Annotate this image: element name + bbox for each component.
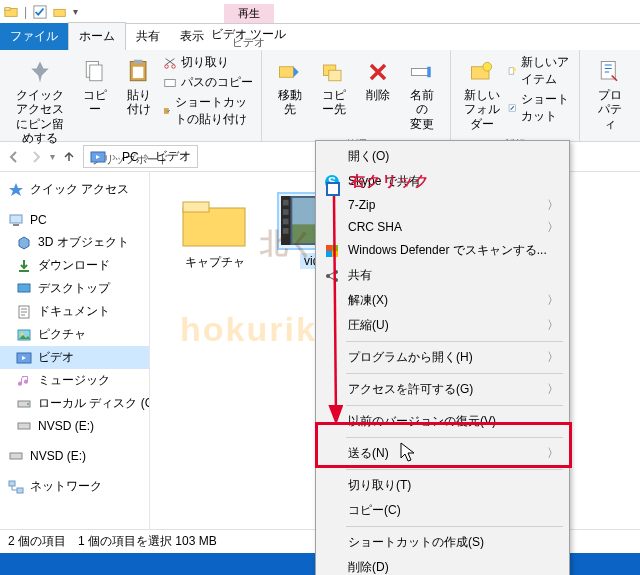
svg-point-31 bbox=[21, 332, 24, 335]
context-menu: 開く(O) SSkype で共有 7-Zip〉 CRC SHA〉 Windows… bbox=[315, 140, 570, 575]
paste-button[interactable]: 貼り付け bbox=[119, 54, 159, 121]
chevron-right-icon: 〉 bbox=[547, 219, 559, 236]
qat-overflow-icon[interactable]: ▾ bbox=[73, 6, 78, 17]
chevron-right-icon: 〉 bbox=[547, 317, 559, 334]
share-icon bbox=[324, 268, 340, 284]
titlebar: | ▾ bbox=[0, 0, 640, 24]
svg-rect-58 bbox=[326, 251, 332, 257]
moveto-button[interactable]: 移動先 bbox=[270, 54, 310, 121]
ribbon-tabrow: ファイル ホーム 共有 表示 ビデオ 再生 ビデオ ツール bbox=[0, 24, 640, 50]
svg-rect-5 bbox=[90, 65, 102, 81]
svg-point-34 bbox=[27, 403, 29, 405]
copy-button[interactable]: コピー bbox=[75, 54, 115, 121]
tab-file[interactable]: ファイル bbox=[0, 23, 68, 50]
sidebar-local-c[interactable]: ローカル ディスク (C:) bbox=[0, 392, 149, 415]
ribbon-group-open: プロパティ bbox=[580, 50, 640, 141]
tab-share[interactable]: 共有 bbox=[126, 23, 170, 50]
svg-rect-7 bbox=[134, 60, 143, 64]
checkbox-icon[interactable] bbox=[33, 5, 47, 19]
defender-icon bbox=[324, 243, 340, 259]
menu-separator bbox=[346, 437, 563, 438]
newfolder-button[interactable]: 新しい フォルダー bbox=[459, 54, 504, 135]
sidebar-desktop[interactable]: デスクトップ bbox=[0, 277, 149, 300]
menu-copy[interactable]: コピー(C) bbox=[318, 498, 567, 523]
svg-point-19 bbox=[483, 62, 492, 71]
qat-sep: | bbox=[24, 5, 27, 19]
copyto-button[interactable]: コピー先 bbox=[314, 54, 354, 121]
menu-cut[interactable]: 切り取り(T) bbox=[318, 473, 567, 498]
menu-skype[interactable]: SSkype で共有 bbox=[318, 169, 567, 194]
folder-capture[interactable]: キャプチャ bbox=[170, 192, 260, 271]
svg-rect-8 bbox=[133, 67, 144, 78]
svg-rect-36 bbox=[10, 453, 22, 459]
bc-pc[interactable]: PC bbox=[122, 150, 139, 164]
sidebar-quick-access[interactable]: クイック アクセス bbox=[0, 178, 149, 201]
pin-button[interactable]: クイック アクセス にピン留めする bbox=[8, 54, 71, 150]
shortcut-button[interactable]: ショートカット bbox=[508, 91, 571, 125]
up-icon[interactable] bbox=[61, 149, 77, 165]
menu-7zip[interactable]: 7-Zip〉 bbox=[318, 194, 567, 216]
sidebar-3dobjects[interactable]: 3D オブジェクト bbox=[0, 231, 149, 254]
delete-button[interactable]: 削除 bbox=[358, 54, 398, 106]
menu-openwith[interactable]: プログラムから開く(H)〉 bbox=[318, 345, 567, 370]
svg-rect-37 bbox=[9, 481, 15, 486]
menu-unzip[interactable]: 解凍(X)〉 bbox=[318, 288, 567, 313]
menu-zip[interactable]: 圧縮(U)〉 bbox=[318, 313, 567, 338]
bc-video[interactable]: ビデオ bbox=[155, 148, 191, 165]
sidebar-nvsd-1[interactable]: NVSD (E:) bbox=[0, 415, 149, 437]
sidebar-nvsd-2[interactable]: NVSD (E:) bbox=[0, 445, 149, 467]
tab-play[interactable]: 再生 bbox=[224, 4, 274, 23]
back-icon[interactable] bbox=[6, 149, 22, 165]
svg-rect-57 bbox=[332, 245, 338, 251]
menu-sendto[interactable]: 送る(N)〉 bbox=[318, 441, 567, 466]
tab-home[interactable]: ホーム bbox=[68, 22, 126, 50]
menu-crcsha[interactable]: CRC SHA〉 bbox=[318, 216, 567, 238]
svg-rect-39 bbox=[183, 208, 245, 246]
svg-rect-40 bbox=[183, 202, 209, 212]
cut-button[interactable]: 切り取り bbox=[163, 54, 253, 71]
breadcrumb[interactable]: › PC › ビデオ bbox=[83, 145, 198, 168]
svg-rect-56 bbox=[326, 245, 332, 251]
menu-access[interactable]: アクセスを許可する(G)〉 bbox=[318, 377, 567, 402]
tab-videotools[interactable]: ビデオ ツール bbox=[205, 23, 292, 46]
ribbon-group-clipboard: クイック アクセス にピン留めする コピー 貼り付け 切り取り パスのコピー シ… bbox=[0, 50, 262, 141]
recent-icon[interactable]: ▾ bbox=[50, 151, 55, 162]
menu-separator bbox=[346, 405, 563, 406]
sidebar-pc[interactable]: PC bbox=[0, 209, 149, 231]
pasteshortcut-button[interactable]: ショートカットの貼り付け bbox=[163, 94, 253, 128]
svg-rect-25 bbox=[10, 215, 22, 223]
menu-separator bbox=[346, 341, 563, 342]
annotation-origin-marker bbox=[326, 182, 340, 196]
svg-rect-16 bbox=[412, 69, 430, 76]
status-count: 2 個の項目 bbox=[8, 533, 66, 550]
menu-prevversion[interactable]: 以前のバージョンの復元(V) bbox=[318, 409, 567, 434]
sidebar-music[interactable]: ミュージック bbox=[0, 369, 149, 392]
copypath-button[interactable]: パスのコピー bbox=[163, 74, 253, 91]
video-folder-icon bbox=[90, 149, 106, 165]
menu-open[interactable]: 開く(O) bbox=[318, 144, 567, 169]
svg-rect-46 bbox=[283, 219, 289, 225]
menu-delete[interactable]: 削除(D) bbox=[318, 555, 567, 575]
sidebar-network[interactable]: ネットワーク bbox=[0, 475, 149, 498]
folder-small-icon[interactable] bbox=[53, 5, 67, 19]
svg-rect-35 bbox=[18, 423, 30, 429]
folder-label: キャプチャ bbox=[185, 255, 245, 269]
rename-button[interactable]: 名前の 変更 bbox=[402, 54, 442, 135]
properties-button[interactable]: プロパティ bbox=[588, 54, 632, 135]
chevron-right-icon: 〉 bbox=[547, 292, 559, 309]
sidebar-documents[interactable]: ドキュメント bbox=[0, 300, 149, 323]
folder-icon bbox=[4, 5, 18, 19]
svg-rect-13 bbox=[280, 67, 294, 78]
svg-point-10 bbox=[172, 64, 176, 68]
menu-createshortcut[interactable]: ショートカットの作成(S) bbox=[318, 530, 567, 555]
svg-rect-44 bbox=[283, 200, 289, 206]
ribbon-group-organize: 移動先 コピー先 削除 名前の 変更 整理 bbox=[262, 50, 451, 141]
menu-defender[interactable]: Windows Defender でスキャンする... bbox=[318, 238, 567, 263]
menu-share[interactable]: 共有 bbox=[318, 263, 567, 288]
sidebar-videos[interactable]: ビデオ bbox=[0, 346, 149, 369]
newitem-button[interactable]: 新しいアイテム bbox=[508, 54, 571, 88]
sidebar-downloads[interactable]: ダウンロード bbox=[0, 254, 149, 277]
sidebar-pictures[interactable]: ピクチャ bbox=[0, 323, 149, 346]
forward-icon[interactable] bbox=[28, 149, 44, 165]
nav-sidebar: クイック アクセス PC 3D オブジェクト ダウンロード デスクトップ ドキュ… bbox=[0, 172, 150, 529]
